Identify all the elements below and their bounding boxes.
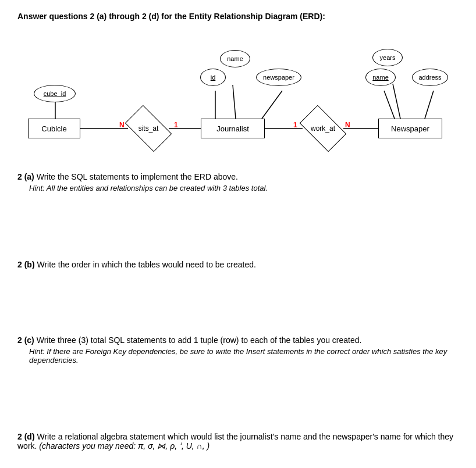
attr-address: address (412, 69, 448, 86)
attr-years: years (372, 49, 403, 66)
entity-cubicle: Cubicle (28, 119, 80, 138)
q2a-label: 2 (a) (17, 172, 37, 181)
q2d-label: 2 (d) (17, 432, 37, 441)
page-header: Answer questions 2 (a) through 2 (d) for… (17, 12, 459, 21)
card-journalist-work: 1 (293, 121, 297, 129)
svg-line-8 (393, 84, 400, 119)
question-2c: 2 (c) Write three (3) total SQL statemen… (17, 335, 459, 415)
attr-name-journalist: name (220, 50, 250, 67)
relationship-sits-at: sits_at (128, 115, 169, 142)
relationship-work-at: work_at (303, 115, 343, 142)
attr-name-newspaper: name (365, 69, 396, 86)
question-2a: 2 (a) Write the SQL statements to implem… (17, 172, 459, 242)
q2b-label: 2 (b) (17, 260, 37, 269)
q2a-answer-area (17, 196, 459, 242)
q2b-answer-area (17, 271, 459, 318)
q2c-hint: Hint: If there are Foreign Key dependenc… (29, 347, 459, 365)
attr-newspaper: newspaper (256, 69, 301, 86)
main-header: Answer questions 2 (a) through 2 (d) for… (17, 12, 459, 21)
q2c-label: 2 (c) (17, 335, 37, 345)
svg-line-7 (262, 91, 282, 119)
card-journalist-sits: 1 (174, 121, 178, 129)
q2d-hint: (characters you may need: π, σ, ⋈, ρ, ʾ,… (39, 441, 209, 451)
svg-line-10 (425, 91, 434, 119)
svg-line-9 (384, 91, 395, 119)
q2a-text: Write the SQL statements to implement th… (37, 172, 238, 181)
attr-cube-id: cube_id (34, 85, 76, 102)
card-newspaper-work: N (345, 121, 350, 129)
question-2d: 2 (d) Write a relational algebra stateme… (17, 432, 459, 451)
q2b-text: Write the order in which the tables woul… (37, 260, 255, 269)
q2a-hint: Hint: All the entities and relationships… (29, 184, 459, 192)
q2c-text: Write three (3) total SQL statements to … (37, 335, 362, 345)
attr-id: id (200, 69, 226, 86)
card-cubicle-sits: N (119, 121, 125, 129)
erd-diagram: Cubicle cube_id sits_at Journalist id na… (17, 33, 460, 155)
question-2b: 2 (b) Write the order in which the table… (17, 260, 459, 318)
entity-newspaper: Newspaper (378, 119, 442, 138)
entity-journalist: Journalist (201, 119, 265, 138)
q2c-answer-area (17, 368, 459, 415)
svg-line-6 (233, 85, 236, 119)
